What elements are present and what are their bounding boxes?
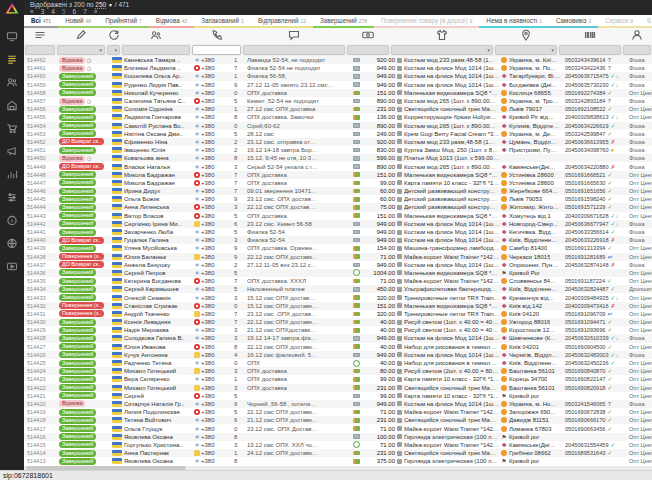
- table-row[interactable]: 514447 Завершений Микола Бадражан +380 7…: [24, 179, 652, 187]
- filter-product[interactable]: ▼: [391, 45, 493, 55]
- phone-cell[interactable]: ✳+380: [194, 416, 232, 424]
- table-row[interactable]: 514441 Завершений Захарченко Люба ✳+380 …: [24, 228, 652, 236]
- column-button-supplier[interactable]: [622, 27, 652, 45]
- table-row[interactable]: 514462 Відмова◷ Каневська Тамара .. ✳+38…: [24, 56, 652, 64]
- filter-flag[interactable]: ▼: [107, 45, 120, 55]
- column-button-flag[interactable]: [106, 27, 121, 45]
- table-row[interactable]: 514451 Завершений Іващенко Юлія ✳+380 2 …: [24, 146, 652, 154]
- phone-cell[interactable]: +380: [194, 384, 232, 392]
- table-row[interactable]: 514433 Завершений Олексій Семанін ✳+380 …: [24, 293, 652, 301]
- table-row[interactable]: 514435 Завершений Катерина Богданова +38…: [24, 277, 652, 285]
- phone-cell[interactable]: ✳+380: [194, 285, 232, 293]
- phone-cell[interactable]: +380: [194, 203, 232, 211]
- column-button-tracking[interactable]: [558, 27, 622, 45]
- filter-id[interactable]: [25, 45, 55, 55]
- table-row[interactable]: 514438 Повернення (з.. Юлия Баланюк +380…: [24, 253, 652, 261]
- page-number[interactable]: 3: [41, 8, 45, 15]
- table-row[interactable]: 514439 Завершений Уляна Мусійовська ✳+38…: [24, 244, 652, 252]
- table-row[interactable]: 514423 Завершений Вера Скляренко ✳+380 1…: [24, 375, 652, 383]
- phone-cell[interactable]: +380: [194, 64, 232, 72]
- phone-cell[interactable]: ✳+380: [194, 72, 232, 80]
- table-row[interactable]: 514432 Повернення (з.. Станіслав Стрижак…: [24, 302, 652, 310]
- caret-down-icon[interactable]: ▼: [108, 2, 113, 8]
- table-row[interactable]: 514416 Завершений Яковлева Оксана ✳+380 …: [24, 433, 652, 441]
- phone-cell[interactable]: +380: [194, 253, 232, 261]
- phone-cell[interactable]: +380: [194, 351, 232, 359]
- table-row[interactable]: 514459 Завершений Руденко Лидия Пав.. ✳+…: [24, 81, 652, 89]
- sidebar-item-customers-icon[interactable]: [4, 76, 20, 90]
- table-row[interactable]: 514455 Завершений Людмила Гончарова ✳+38…: [24, 113, 652, 121]
- column-button-id[interactable]: [24, 27, 56, 45]
- column-button-status[interactable]: [56, 27, 106, 45]
- table-row[interactable]: 514443 Завершений Віктор Власов +380 5 О…: [24, 212, 652, 220]
- table-row[interactable]: 514413 Завершений Яковлева Оксана ✳+380 …: [24, 457, 652, 465]
- table-row[interactable]: 514428 Завершений Солодкова Галина В.. ✳…: [24, 334, 652, 342]
- phone-cell[interactable]: ✳+380: [194, 244, 232, 252]
- table-row[interactable]: 514436 Завершений Сергей Петров ✳+380 5 …: [24, 269, 652, 277]
- phone-cell[interactable]: +380: [194, 171, 232, 179]
- table-row[interactable]: 514445 Завершений Ольга Божик ✳+380 9 23…: [24, 195, 652, 203]
- phone-cell[interactable]: +380: [194, 277, 232, 285]
- phone-cell[interactable]: ✳+380: [194, 261, 232, 269]
- sidebar-item-orders-icon[interactable]: [4, 53, 20, 67]
- table-row[interactable]: 514453 Завершений Нікітіна Оксана Дми.. …: [24, 130, 652, 138]
- table-row[interactable]: 514431 Повернення (з.. Андрій Ткаченко +…: [24, 310, 652, 318]
- table-row[interactable]: 514417 Завершений Ольга Глущук ✳+380 0 2…: [24, 424, 652, 432]
- phone-cell[interactable]: ✳+380: [194, 89, 232, 97]
- table-row[interactable]: 514442 Завершений Сергієнко Ірина Ми.. +…: [24, 220, 652, 228]
- phone-cell[interactable]: ✳+380: [194, 154, 232, 162]
- phone-cell[interactable]: ✳+380: [194, 457, 232, 465]
- table-row[interactable]: 514456 Завершений Соломія Сідоніна ✳+380…: [24, 105, 652, 113]
- column-button-price[interactable]: [346, 27, 390, 45]
- phone-cell[interactable]: +380: [194, 212, 232, 220]
- filter-region[interactable]: ▼: [495, 45, 557, 55]
- sidebar-item-screen-icon[interactable]: [4, 30, 20, 44]
- table-row[interactable]: 514458 Завершений Николай Кучеренко ✳+38…: [24, 89, 652, 97]
- phone-cell[interactable]: ✳+380: [194, 236, 232, 244]
- phone-cell[interactable]: ✳+380: [194, 146, 232, 154]
- phone-cell[interactable]: ✳+380: [194, 326, 232, 334]
- page-number[interactable]: 6: [73, 8, 77, 15]
- phone-cell[interactable]: +380: [194, 343, 232, 351]
- table-row[interactable]: 514425 Завершений Радченко Тетяна ✳+380 …: [24, 359, 652, 367]
- phone-cell[interactable]: ✳+380: [194, 441, 232, 449]
- phone-cell[interactable]: +380: [194, 310, 232, 318]
- column-button-phone[interactable]: [191, 27, 242, 45]
- sidebar-item-info-icon[interactable]: [4, 214, 20, 228]
- sidebar-item-marketing-icon[interactable]: [4, 145, 20, 159]
- filter-supplier[interactable]: [623, 45, 651, 55]
- table-row[interactable]: 514448 Завершений Микола Бадражан +380 7…: [24, 171, 652, 179]
- table-row[interactable]: 514422 Завершений Михаил Гилецький +380 …: [24, 384, 652, 392]
- phone-cell[interactable]: ✳+380: [194, 433, 232, 441]
- filter-price[interactable]: [347, 45, 389, 55]
- table-row[interactable]: 514452 ДО Возврат ск.. Єфименко Ніна ✳+3…: [24, 138, 652, 146]
- first-page-button[interactable]: «: [30, 8, 34, 15]
- phone-cell[interactable]: +380: [194, 220, 232, 228]
- filter-phone[interactable]: [192, 45, 241, 55]
- column-button-comment[interactable]: [242, 27, 346, 45]
- app-logo-icon[interactable]: [0, 0, 24, 16]
- phone-cell[interactable]: +380: [194, 179, 232, 187]
- table-row[interactable]: 514454 Завершений Самотій Руслана Во.. ✳…: [24, 122, 652, 130]
- column-button-region[interactable]: [494, 27, 558, 45]
- phone-cell[interactable]: ✳+380: [194, 122, 232, 130]
- table-row[interactable]: 514446 Завершений Ирина Дидух ✳+380 7 09…: [24, 187, 652, 195]
- table-row[interactable]: 514418 Завершений Тетяна Войтович ✳+380 …: [24, 416, 652, 424]
- page-number[interactable]: 5: [62, 8, 66, 15]
- phone-cell[interactable]: ✳+380: [194, 375, 232, 383]
- phone-cell[interactable]: +380: [194, 318, 232, 326]
- table-row[interactable]: 514414 Завершений Анна Пастернак +380 1 …: [24, 449, 652, 457]
- table-row[interactable]: 514424 Завершений Михаил Гилецький +380 …: [24, 367, 652, 375]
- filter-name[interactable]: [122, 45, 190, 55]
- column-button-product[interactable]: [390, 27, 494, 45]
- phone-cell[interactable]: +380: [194, 302, 232, 310]
- table-row[interactable]: 514421 Завершений Сергей +380 5 99.00 Ка…: [24, 392, 652, 400]
- phone-cell[interactable]: +380: [194, 408, 232, 416]
- table-row[interactable]: 514444 Завершений Анна Липенська +380 3 …: [24, 203, 652, 211]
- sidebar-item-globe-icon[interactable]: [4, 237, 20, 251]
- phone-cell[interactable]: ✳+380: [194, 56, 232, 64]
- sidebar-item-video-icon[interactable]: [4, 260, 20, 274]
- sidebar-item-settings-icon[interactable]: [4, 191, 20, 205]
- filter-status[interactable]: ▼: [57, 45, 105, 55]
- table-row[interactable]: 514449 ДО Возврат ск.. Власюк Наталья ✳+…: [24, 162, 652, 170]
